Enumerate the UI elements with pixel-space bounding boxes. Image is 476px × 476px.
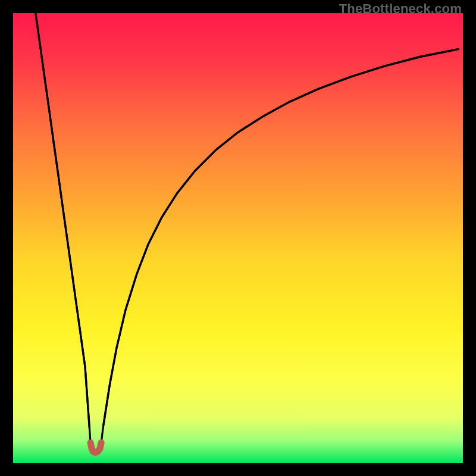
chart-background [13,13,463,463]
chart-frame [13,13,463,463]
bottleneck-chart [13,13,463,463]
